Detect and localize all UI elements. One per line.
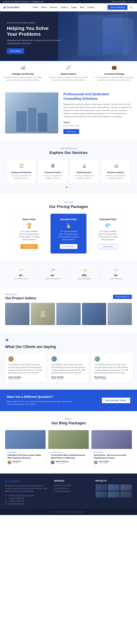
testimonial-avatar-3 <box>94 356 100 362</box>
service-desc-finance: One way to categorize the activities is … <box>41 174 64 180</box>
topbar-login[interactable]: Find or post a job ▸ <box>112 1 126 2</box>
testimonial-card-1: I just wanted to share a quick note and … <box>5 353 46 383</box>
gallery-title: Our Project Gallery <box>5 296 36 300</box>
investment-icon: 💼 <box>111 65 117 71</box>
footer-service-change[interactable]: Change Management <box>54 490 90 492</box>
topbar-address: 9 Queen Lane Street Countryside | info@g… <box>4 1 44 2</box>
blog-title-3[interactable]: Good Advice: Tips From Successful Small … <box>94 454 129 459</box>
feature-title-investment: Investment Strategy <box>94 73 134 75</box>
pricing-cards: Basic Pack 🏆 24/7 Support available Home… <box>5 214 132 254</box>
service-title-research: Market Research <box>73 171 96 174</box>
testimonials-nav: ‹ › <box>123 340 132 344</box>
hero-subtitle: We bring the right people together <box>7 22 65 24</box>
feature-desc-strategy: The best monitored purpose will better c… <box>3 76 43 81</box>
blog-author-name-2: Robert Johnson <box>56 460 69 462</box>
cta-description: Please make a ticket on our Support form… <box>7 400 72 406</box>
services-label: OUR SERVICES <box>5 148 132 150</box>
navigation: ◈ Consultor Home About Services Projects… <box>0 3 137 12</box>
pricing-extended-f1: 24/7 Support available <box>93 230 122 232</box>
service-desc-analysis: One way to categorize the activities is … <box>104 174 127 180</box>
pricing-standard-btn[interactable]: Choose Plan <box>60 244 77 249</box>
footer-contacts: 📍 9 Queen Lane Street Countryside 📞 T. (… <box>5 495 49 505</box>
footer-logo-icon: ◈ <box>5 480 7 483</box>
phone-icon-1: 📞 <box>5 498 7 499</box>
nav-search-button[interactable]: 🔍 <box>129 5 133 10</box>
blog-label: BLOG <box>5 418 132 420</box>
footer-service-finance[interactable]: Corporate Finance <box>54 487 90 489</box>
pricing-extended-btn[interactable]: Choose Plan <box>99 244 117 249</box>
testimonial-next-btn[interactable]: › <box>128 340 132 344</box>
ceo-name: Robert William, CEO <box>63 125 132 127</box>
pricing-extended-f4: Ultimate Features <box>93 239 122 240</box>
pricing-basic-btn[interactable]: Choose Plan <box>20 244 38 249</box>
stat-completed-cases: ○⁺ 0+ Completed Cases <box>5 266 37 281</box>
corporate-finance-icon: 🏦 <box>50 164 56 170</box>
footer-service-it[interactable]: Information Technology <box>54 484 90 486</box>
footer-col-projects: PROJECTS <box>96 480 132 506</box>
gallery-view-button[interactable]: VIEW PROJECTS <box>113 295 132 299</box>
stat-satisfaction-label: Client Satisfaction <box>72 278 97 280</box>
cta-title: Have You a Different Question? <box>7 395 72 399</box>
blog-cat-2: Consulting <box>51 451 86 453</box>
service-card-analysis: 📊 Business Analysis One way to categoriz… <box>101 160 130 183</box>
nav-logo[interactable]: ◈ Consultor <box>4 6 20 9</box>
blog-title-1[interactable]: 8 Mistakes First-Time Founders Make When… <box>8 454 43 459</box>
pricing-standard-f4: Ultimate Features <box>54 239 83 240</box>
blog-cards: Business 8 Mistakes First-Time Founders … <box>5 430 132 467</box>
services-section: OUR SERVICES Explore Our Services 📋 Stra… <box>0 141 137 195</box>
pricing-title: Our Pricing Packages <box>5 204 132 209</box>
dot-3[interactable] <box>70 187 71 188</box>
expert-consultants-icon: ○⁺ <box>40 268 65 273</box>
blog-img-1 <box>5 430 46 449</box>
blog-author-2: Robert Johnson 07/15 Insight <box>51 460 86 464</box>
service-card-finance: 🏦 Corporate Finance One way to categoriz… <box>38 160 67 183</box>
feature-card-strategy: 📊 Strategy and Planning The best monitor… <box>0 61 46 85</box>
dot-2[interactable] <box>68 187 69 188</box>
nav-cta-button[interactable]: Your Consulting <box>107 5 127 10</box>
testimonial-avatar-2 <box>51 356 57 362</box>
testimonial-card-3: I just wanted to share a quick note and … <box>91 353 132 383</box>
nav-services[interactable]: Services <box>50 6 58 8</box>
footer-services-title: SERVICES <box>54 480 90 482</box>
footer: ◈ Consultor Management consulting includ… <box>0 474 137 509</box>
hero-content: We bring the right people together Helpi… <box>7 22 65 54</box>
business-analysis-icon: 📊 <box>113 164 119 170</box>
carousel-dots <box>5 187 132 188</box>
hero-cta-button[interactable]: Get Started <box>7 48 24 54</box>
twitter-icon[interactable]: 𝕏 <box>127 1 129 2</box>
testimonial-name-2: Harry Graham <box>51 376 86 378</box>
stat-completed-num: 0+ <box>9 274 33 277</box>
blog-author-1: David Roy 12/20/20 <box>8 460 43 464</box>
about-cta-button[interactable]: More About <box>63 129 79 134</box>
footer-projects-title: PROJECTS <box>96 480 132 482</box>
cta-button[interactable]: GIVE SUPPORT TICKET <box>102 398 130 403</box>
service-desc-research: One way to categorize the activities is … <box>73 174 96 180</box>
linkedin-icon[interactable]: in <box>132 1 133 2</box>
nav-about[interactable]: About <box>41 6 47 8</box>
completed-cases-icon: ○⁺ <box>9 268 33 273</box>
feature-title-strategy: Strategy and Planning <box>3 73 43 75</box>
phone-icon-2: 📞 <box>5 500 7 502</box>
footer-thumb-2 <box>108 484 119 490</box>
nav-pages[interactable]: Pages <box>71 6 77 8</box>
pricing-label: PRICING <box>5 202 132 204</box>
pricing-extended-f2: Home Consulting System <box>93 233 122 235</box>
nav-projects[interactable]: Projects <box>61 6 68 8</box>
testimonial-prev-btn[interactable]: ‹ <box>123 340 127 344</box>
nav-blog[interactable]: Blog <box>80 6 84 8</box>
blog-title-2[interactable]: 3 of the Worst Ways Small Businesses Was… <box>51 454 86 459</box>
location-icon: 📍 <box>5 495 7 496</box>
footer-bottom: © 2023 Consultor. All Rights Reserved. <box>0 509 137 515</box>
dot-1[interactable] <box>66 187 67 188</box>
blog-img-2 <box>48 430 89 449</box>
logo-icon: ◈ <box>4 6 6 9</box>
nav-home[interactable]: Home <box>33 6 38 8</box>
nav-contact[interactable]: Contact <box>87 6 94 8</box>
about-paragraph: Management consulting includes a broad r… <box>63 103 132 118</box>
blog-author-3: Jason Dolby 07/15 Insight <box>94 460 129 464</box>
services-grid: 📋 Strategy and Planning One way to categ… <box>5 160 132 183</box>
testimonials-title: What Our Clients are Saying <box>5 344 56 349</box>
service-title-finance: Corporate Finance <box>41 171 64 174</box>
blog-cat-1: Business <box>8 451 43 453</box>
facebook-icon[interactable]: f <box>130 1 131 2</box>
